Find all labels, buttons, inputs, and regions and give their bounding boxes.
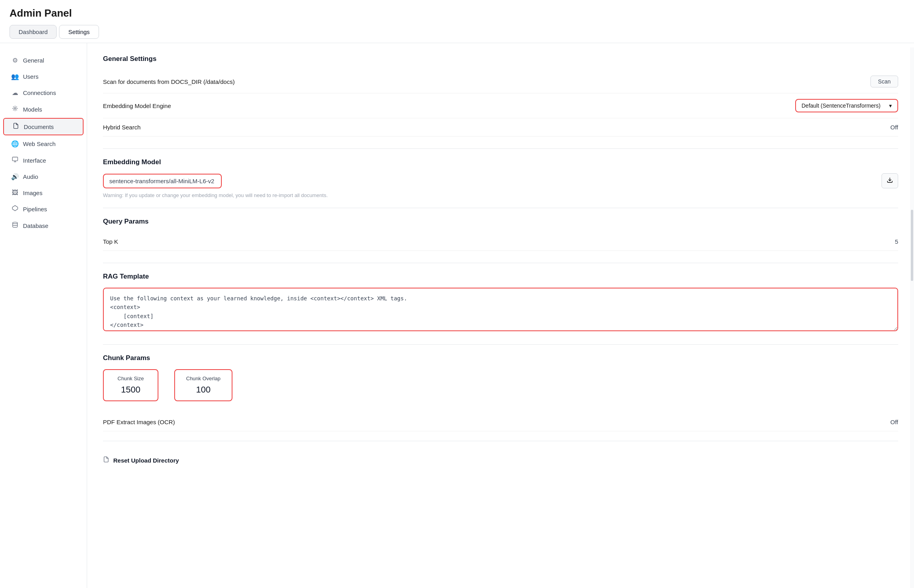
query-params-section: Query Params Top K 5	[103, 218, 898, 251]
sidebar-label-web-search: Web Search	[23, 140, 55, 147]
sidebar-label-pipelines: Pipelines	[23, 206, 47, 212]
globe-icon: 🌐	[11, 140, 19, 148]
scan-button[interactable]: Scan	[870, 76, 898, 87]
scrollbar-track	[910, 47, 914, 588]
general-settings-title: General Settings	[103, 55, 898, 63]
audio-icon: 🔊	[11, 173, 19, 180]
hybrid-search-row: Hybrid Search Off	[103, 118, 898, 137]
scan-label: Scan for documents from DOCS_DIR (/data/…	[103, 78, 235, 85]
pdf-ocr-row: PDF Extract Images (OCR) Off	[103, 413, 898, 431]
tab-dashboard[interactable]: Dashboard	[10, 25, 57, 39]
chunk-size-value: 1500	[115, 385, 147, 395]
rag-template-textarea[interactable]: Use the following context as your learne…	[103, 288, 898, 331]
divider-3	[103, 263, 898, 263]
users-icon: 👥	[11, 73, 19, 80]
file-icon	[103, 456, 109, 463]
top-k-value: 5	[895, 238, 898, 245]
database-icon	[11, 222, 19, 230]
chunk-params-section: Chunk Params Chunk Size 1500 Chunk Overl…	[103, 354, 898, 401]
scan-row: Scan for documents from DOCS_DIR (/data/…	[103, 70, 898, 93]
chevron-down-icon: ▾	[889, 102, 892, 109]
sidebar-item-documents[interactable]: Documents	[3, 118, 84, 135]
main-content: ⚙ General 👥 Users ☁ Connections Models	[0, 43, 914, 588]
sidebar-label-documents: Documents	[24, 123, 54, 130]
embedding-engine-row: Embedding Model Engine Default (Sentence…	[103, 93, 898, 118]
sidebar-item-audio[interactable]: 🔊 Audio	[3, 169, 84, 184]
embedding-warning: Warning: If you update or change your em…	[103, 192, 898, 198]
download-icon	[887, 177, 893, 183]
rag-template-section: RAG Template Use the following context a…	[103, 273, 898, 332]
svg-marker-4	[12, 205, 17, 211]
divider-4	[103, 344, 898, 345]
general-settings-section: General Settings Scan for documents from…	[103, 55, 898, 137]
hybrid-search-value: Off	[890, 124, 898, 131]
model-input-row	[103, 173, 898, 188]
pdf-ocr-value: Off	[890, 419, 898, 425]
header: Admin Panel Dashboard Settings	[0, 0, 914, 43]
sidebar-label-users: Users	[23, 73, 38, 80]
embedding-model-title: Embedding Model	[103, 158, 898, 166]
monitor-icon	[11, 156, 19, 164]
svg-point-0	[14, 108, 16, 109]
chunk-overlap-value: 100	[186, 385, 221, 395]
sidebar-label-database: Database	[23, 222, 48, 229]
hybrid-search-label: Hybrid Search	[103, 124, 141, 131]
chunk-size-box[interactable]: Chunk Size 1500	[103, 369, 158, 401]
divider-2	[103, 208, 898, 208]
models-icon	[11, 105, 19, 113]
sidebar-item-web-search[interactable]: 🌐 Web Search	[3, 136, 84, 152]
chunk-params-title: Chunk Params	[103, 354, 898, 362]
top-k-row: Top K 5	[103, 233, 898, 251]
embedding-engine-label: Embedding Model Engine	[103, 102, 171, 109]
svg-point-5	[13, 222, 17, 224]
sidebar-item-general[interactable]: ⚙ General	[3, 53, 84, 68]
pipelines-icon	[11, 205, 19, 213]
embedding-engine-dropdown[interactable]: Default (SentenceTransformers) ▾	[795, 99, 898, 112]
embedding-engine-value: Default (SentenceTransformers)	[802, 102, 880, 109]
sidebar-label-audio: Audio	[23, 173, 38, 180]
scrollbar-thumb[interactable]	[911, 210, 913, 281]
pdf-ocr-label: PDF Extract Images (OCR)	[103, 419, 175, 425]
tab-settings[interactable]: Settings	[59, 25, 99, 39]
rag-template-title: RAG Template	[103, 273, 898, 281]
chunk-size-label: Chunk Size	[115, 376, 147, 381]
sidebar-item-users[interactable]: 👥 Users	[3, 69, 84, 84]
embedding-model-section: Embedding Model Warning: If you update o…	[103, 158, 898, 198]
sidebar: ⚙ General 👥 Users ☁ Connections Models	[0, 43, 87, 588]
model-input-field[interactable]	[103, 174, 222, 188]
divider-1	[103, 148, 898, 149]
sidebar-item-database[interactable]: Database	[3, 218, 84, 233]
chunk-overlap-label: Chunk Overlap	[186, 376, 221, 381]
content-area: General Settings Scan for documents from…	[87, 43, 914, 588]
images-icon: 🖼	[11, 189, 19, 196]
reset-document-icon	[103, 456, 109, 464]
chunk-params-row: Chunk Size 1500 Chunk Overlap 100	[103, 369, 898, 401]
gear-icon: ⚙	[11, 57, 19, 64]
query-params-title: Query Params	[103, 218, 898, 226]
document-icon	[12, 123, 20, 131]
top-k-label: Top K	[103, 238, 118, 245]
sidebar-label-general: General	[23, 57, 44, 64]
sidebar-label-connections: Connections	[23, 89, 56, 96]
reset-label: Reset Upload Directory	[113, 457, 179, 464]
sidebar-item-pipelines[interactable]: Pipelines	[3, 201, 84, 217]
chunk-overlap-box[interactable]: Chunk Overlap 100	[174, 369, 232, 401]
tab-bar: Dashboard Settings	[10, 25, 904, 39]
sidebar-label-images: Images	[23, 190, 42, 196]
sidebar-item-interface[interactable]: Interface	[3, 152, 84, 168]
sidebar-label-models: Models	[23, 106, 42, 113]
svg-rect-1	[12, 157, 17, 161]
reset-row[interactable]: Reset Upload Directory	[103, 451, 898, 470]
cloud-icon: ☁	[11, 89, 19, 97]
divider-5	[103, 441, 898, 441]
page-title: Admin Panel	[10, 7, 904, 19]
sidebar-item-images[interactable]: 🖼 Images	[3, 185, 84, 200]
sidebar-item-models[interactable]: Models	[3, 101, 84, 117]
download-button[interactable]	[882, 173, 898, 188]
sidebar-item-connections[interactable]: ☁ Connections	[3, 85, 84, 101]
sidebar-label-interface: Interface	[23, 157, 46, 164]
